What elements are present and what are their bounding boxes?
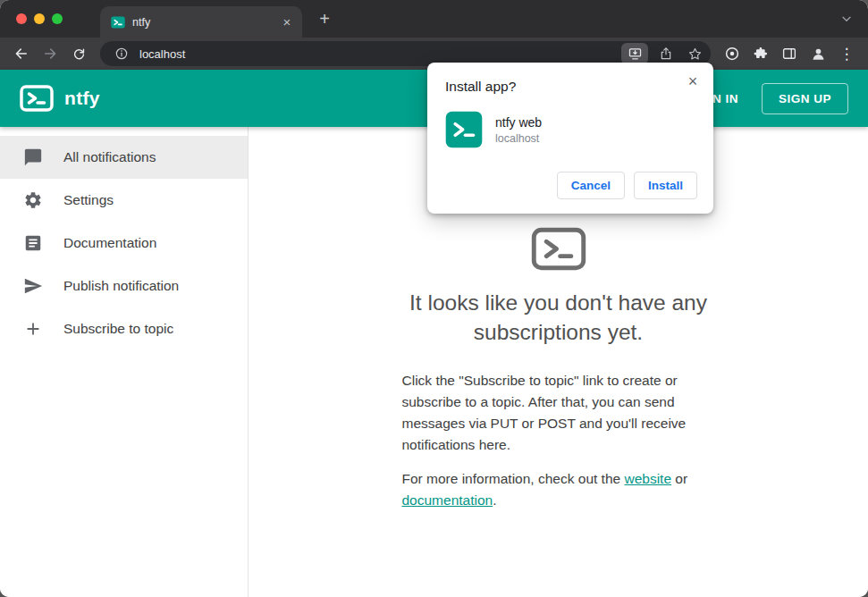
dialog-close-icon[interactable]: × <box>683 71 703 91</box>
sign-up-button[interactable]: SIGN UP <box>762 83 848 114</box>
more-info-middle: or <box>671 471 687 486</box>
ntfy-app-icon <box>445 111 483 148</box>
install-app-icon[interactable] <box>621 43 648 64</box>
website-link[interactable]: website <box>624 471 671 486</box>
dialog-app-row: ntfy web localhost <box>445 111 697 148</box>
send-icon <box>22 276 44 296</box>
sidebar-item-label: Subscribe to topic <box>63 321 173 337</box>
sidebar-item-settings[interactable]: Settings <box>0 179 248 222</box>
reload-icon[interactable] <box>66 41 91 66</box>
plus-icon <box>22 319 44 339</box>
forward-icon[interactable] <box>38 41 63 66</box>
sidebar: All notifications Settings Documentation… <box>0 127 249 597</box>
book-icon <box>22 233 44 253</box>
more-info-prefix: For more information, check out the <box>402 471 625 486</box>
ntfy-logo-icon <box>20 85 54 112</box>
minimize-window-button[interactable] <box>34 13 45 24</box>
password-extension-icon[interactable] <box>720 41 745 66</box>
site-info-icon[interactable] <box>111 43 132 64</box>
sidebar-item-label: Documentation <box>63 235 156 251</box>
documentation-link[interactable]: documentation <box>402 492 493 508</box>
tab-title: ntfy <box>132 16 272 29</box>
empty-state-paragraph: Click the "Subscribe to topic" link to c… <box>402 370 715 456</box>
tab-list-chevron-icon[interactable] <box>839 12 854 26</box>
gear-icon <box>22 190 44 210</box>
side-panel-icon[interactable] <box>777 41 802 66</box>
ntfy-empty-state-icon <box>531 227 586 271</box>
address-url[interactable]: localhost <box>139 47 614 61</box>
share-icon[interactable] <box>655 43 677 64</box>
extensions-puzzle-icon[interactable] <box>748 41 773 66</box>
chat-bubble-icon <box>22 147 44 167</box>
tab-strip: ntfy × + <box>0 0 868 38</box>
close-window-button[interactable] <box>16 13 27 24</box>
dialog-actions: Cancel Install <box>445 172 697 199</box>
back-icon[interactable] <box>9 41 34 66</box>
browser-tab-ntfy[interactable]: ntfy × <box>100 6 302 38</box>
dialog-title: Install app? <box>445 79 697 95</box>
traffic-lights <box>0 13 75 24</box>
empty-state-heading: It looks like you don't have any subscri… <box>358 289 760 347</box>
cancel-button[interactable]: Cancel <box>557 172 625 199</box>
sidebar-item-publish-notification[interactable]: Publish notification <box>0 265 248 307</box>
more-info-text: For more information, check out the webs… <box>402 468 715 511</box>
dialog-app-name: ntfy web <box>495 115 542 130</box>
profile-avatar[interactable] <box>805 41 830 66</box>
browser-window: ntfy × + localhost <box>0 0 868 597</box>
sidebar-item-label: All notifications <box>63 149 156 165</box>
maximize-window-button[interactable] <box>52 13 63 24</box>
sidebar-item-label: Publish notification <box>63 278 179 294</box>
new-tab-button[interactable]: + <box>313 7 336 30</box>
install-app-dialog: × Install app? ntfy web localhost Cancel… <box>427 63 713 214</box>
dialog-app-info: ntfy web localhost <box>495 115 542 145</box>
tab-close-icon[interactable]: × <box>279 14 295 30</box>
sidebar-item-label: Settings <box>63 192 114 208</box>
kebab-menu-icon[interactable]: ⋮ <box>834 41 859 66</box>
sidebar-item-documentation[interactable]: Documentation <box>0 222 248 265</box>
ntfy-favicon-icon <box>111 15 125 29</box>
more-info-suffix: . <box>493 492 496 508</box>
install-button[interactable]: Install <box>634 172 697 199</box>
sidebar-item-subscribe-to-topic[interactable]: Subscribe to topic <box>0 307 248 350</box>
sidebar-item-all-notifications[interactable]: All notifications <box>0 136 248 179</box>
dialog-app-origin: localhost <box>495 132 542 145</box>
bookmark-star-icon[interactable] <box>684 43 705 64</box>
